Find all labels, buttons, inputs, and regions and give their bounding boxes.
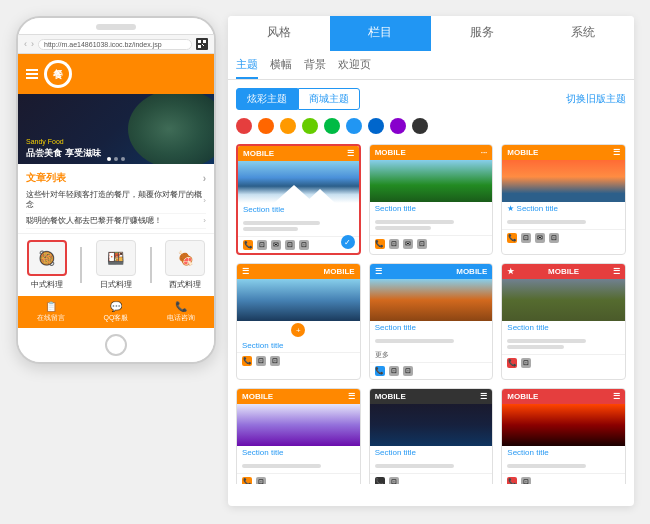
theme-card-8-header: MOBILE ☰ <box>370 389 493 404</box>
theme-card-7-section-title: Section title <box>237 446 360 459</box>
footer-phone-icon-3: 📞 <box>507 233 517 243</box>
theme-card-4-header: ☰ MOBILE <box>237 264 360 279</box>
theme-card-4[interactable]: ☰ MOBILE + Section title 📞 ⊡ ⊡ <box>236 263 361 380</box>
bottom-btn-phone[interactable]: 📞 电话咨询 <box>167 301 195 323</box>
article-list-arrow[interactable]: › <box>203 173 206 184</box>
qr-icon <box>196 38 208 50</box>
phone-home <box>18 328 214 362</box>
theme-card-1-body <box>238 216 359 236</box>
theme-card-1-header: MOBILE ☰ <box>238 146 359 161</box>
article-list-title: 文章列表 › <box>26 168 206 188</box>
btn-colorful-theme[interactable]: 炫彩主题 <box>236 88 298 110</box>
qq-icon: 💬 <box>110 301 122 312</box>
theme-card-5-body <box>370 334 493 348</box>
theme-card-4-section-title: Section title <box>237 339 360 352</box>
theme-card-9-img <box>502 404 625 446</box>
theme-card-1-section-title: Section title <box>238 203 359 216</box>
theme-card-8-body <box>370 459 493 473</box>
theme-grid: MOBILE ☰ Section title <box>236 144 626 484</box>
theme-card-1[interactable]: MOBILE ☰ Section title <box>236 144 361 255</box>
hero-text: 品尝美食 享受滋味 <box>26 147 101 160</box>
footer-icon-3: ✉ <box>271 240 281 250</box>
footer-phone-icon: 📞 <box>243 240 253 250</box>
f7-icon-2: ⊡ <box>256 477 266 484</box>
subtab-background[interactable]: 背景 <box>304 57 326 79</box>
article-item-2[interactable]: 聪明的餐饮人都去巴黎开餐厅赚钱嗯！ › <box>26 214 206 229</box>
color-green[interactable] <box>324 118 340 134</box>
theme-card-7[interactable]: MOBILE ☰ Section title 📞 ⊡ <box>236 388 361 484</box>
footer-phone-icon-4: 📞 <box>242 356 252 366</box>
svg-text:餐: 餐 <box>53 69 64 80</box>
article-item-1[interactable]: 这些针对年轻顾客打造的餐厅，颠覆你对餐厅的概念 › <box>26 188 206 214</box>
category-icon-western: 🍖 <box>165 240 205 276</box>
category-item-1[interactable]: 🍱 日式料理 <box>96 240 136 290</box>
color-purple[interactable] <box>390 118 406 134</box>
theme-card-9[interactable]: MOBILE ☰ Section title 📞 ⊡ <box>501 388 626 484</box>
f9-icon-2: ⊡ <box>521 477 531 484</box>
tab-system[interactable]: 系统 <box>533 16 635 51</box>
theme-card-5-section-title: Section title <box>370 321 493 334</box>
home-button[interactable] <box>105 334 127 356</box>
phone-speaker <box>96 24 136 30</box>
color-yellow[interactable] <box>280 118 296 134</box>
phone-icon: 📞 <box>175 301 187 312</box>
theme-card-2-img <box>370 160 493 202</box>
subtab-welcome[interactable]: 欢迎页 <box>338 57 371 79</box>
color-light-blue[interactable] <box>346 118 362 134</box>
phone-mockup: ‹ › http://m.ae14861038.icoc.bz/index.js… <box>16 16 216 364</box>
footer-icon-5: ⊡ <box>299 240 309 250</box>
phone-browser-bar: ‹ › http://m.ae14861038.icoc.bz/index.js… <box>18 34 214 54</box>
message-icon: 📋 <box>45 301 57 312</box>
theme-card-6[interactable]: ★ MOBILE ☰ Section title 📞 ⊡ <box>501 263 626 380</box>
tab-service[interactable]: 服务 <box>431 16 533 51</box>
svg-rect-4 <box>202 44 203 45</box>
svg-rect-3 <box>203 45 204 46</box>
hamburger-icon[interactable] <box>26 69 38 79</box>
theme-card-5-text: 更多 <box>370 348 493 362</box>
bottom-btn-qq[interactable]: 💬 QQ客服 <box>104 301 129 323</box>
tab-column[interactable]: 栏目 <box>330 16 432 51</box>
theme-card-6-footer: 📞 ⊡ <box>502 354 625 371</box>
theme-card-2-header: MOBILE ··· <box>370 145 493 160</box>
bottom-btn-message[interactable]: 📋 在线留言 <box>37 301 65 323</box>
right-panel: 风格 栏目 服务 系统 主题 横幅 背景 欢迎页 炫彩主题 商城主题 切换旧版主… <box>228 16 634 506</box>
article-list-section: 文章列表 › 这些针对年轻顾客打造的餐厅，颠覆你对餐厅的概念 › 聪明的餐饮人都… <box>18 164 214 234</box>
theme-card-9-footer: 📞 ⊡ <box>502 473 625 484</box>
forward-arrow-icon[interactable]: › <box>31 39 34 49</box>
phone-header: 餐 <box>18 54 214 94</box>
f5-icon-2: ⊡ <box>389 366 399 376</box>
theme-card-9-body <box>502 459 625 473</box>
footer-phone-icon-6: 📞 <box>507 358 517 368</box>
btn-mall-theme[interactable]: 商城主题 <box>298 88 360 110</box>
tab-style[interactable]: 风格 <box>228 16 330 51</box>
color-dark[interactable] <box>412 118 428 134</box>
theme-type-buttons: 炫彩主题 商城主题 <box>236 88 360 110</box>
f5-icon-3: ⊡ <box>403 366 413 376</box>
theme-type-row: 炫彩主题 商城主题 切换旧版主题 <box>236 88 626 110</box>
theme-card-4-img <box>237 279 360 321</box>
back-arrow-icon[interactable]: ‹ <box>24 39 27 49</box>
theme-card-2[interactable]: MOBILE ··· Section title 📞 ⊡ ✉ <box>369 144 494 255</box>
theme-card-7-footer: 📞 ⊡ <box>237 473 360 484</box>
theme-card-8[interactable]: MOBILE ☰ Section title 📞 ⊡ <box>369 388 494 484</box>
url-bar[interactable]: http://m.ae14861038.icoc.bz/index.jsp <box>38 39 192 50</box>
category-grid: 🥘 中式料理 🍱 日式料理 🍖 西式料理 <box>18 234 214 296</box>
svg-rect-1 <box>203 40 206 43</box>
hero-dots <box>107 157 125 161</box>
color-blue[interactable] <box>368 118 384 134</box>
color-light-green[interactable] <box>302 118 318 134</box>
theme-card-5[interactable]: ☰ MOBILE Section title 更多 📞 ⊡ ⊡ <box>369 263 494 380</box>
switch-old-link[interactable]: 切换旧版主题 <box>566 92 626 106</box>
color-orange[interactable] <box>258 118 274 134</box>
f2-icon-2: ⊡ <box>389 239 399 249</box>
main-container: ‹ › http://m.ae14861038.icoc.bz/index.js… <box>0 0 650 524</box>
subtab-banner[interactable]: 横幅 <box>270 57 292 79</box>
category-item-2[interactable]: 🍖 西式料理 <box>165 240 205 290</box>
color-red[interactable] <box>236 118 252 134</box>
phone-hero-banner: Sandy Food 品尝美食 享受滋味 <box>18 94 214 164</box>
theme-card-3[interactable]: MOBILE ☰ ★ Section title 📞 ⊡ <box>501 144 626 255</box>
theme-card-8-img <box>370 404 493 446</box>
subtab-theme[interactable]: 主题 <box>236 57 258 79</box>
svg-rect-2 <box>198 45 201 48</box>
category-item-0[interactable]: 🥘 中式料理 <box>27 240 67 290</box>
